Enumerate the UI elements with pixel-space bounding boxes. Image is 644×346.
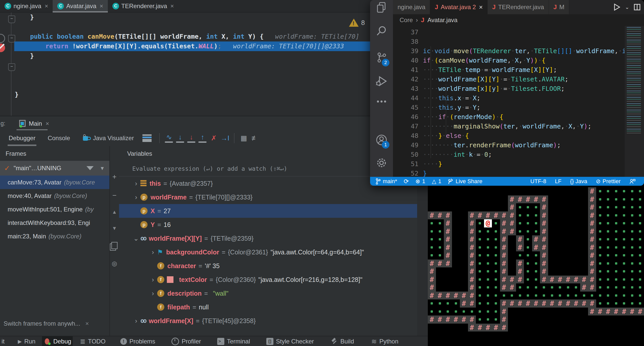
variable-row[interactable]: ›ftextColor={Color@2360}"java.awt.Color[… — [119, 273, 417, 286]
variable-row[interactable]: ›pworldFrame={TETile[70][]@2333} — [119, 190, 417, 204]
status-1[interactable]: △1 — [432, 178, 441, 185]
editor-gutter[interactable]: − − − — [0, 12, 14, 116]
bottom-bar-run[interactable]: ▶Run — [16, 336, 37, 346]
editor-tab-TERendererjava[interactable]: CTERenderer.java× — [108, 0, 179, 12]
status-live-share-person-icon[interactable] — [629, 178, 635, 184]
close-icon[interactable]: × — [46, 120, 49, 127]
variable-row[interactable]: pY=16 — [119, 218, 417, 232]
variable-row[interactable]: ›fdescription="wall" — [119, 286, 417, 300]
chevron-down-icon[interactable]: ⌄ — [625, 4, 629, 10]
down-icon[interactable]: ▼ — [110, 225, 119, 231]
fold-marker-icon[interactable]: − — [8, 16, 15, 23]
status-lf[interactable]: LF — [555, 178, 562, 185]
layout-settings-icon[interactable]: ≢ — [249, 135, 260, 142]
empty-tile — [484, 203, 492, 211]
bottom-bar-style-checker[interactable]: []Style Checker — [265, 336, 315, 346]
frames-panel: Frames ✓"main"…UNNING▾ canMove:73, Avata… — [0, 146, 110, 336]
variable-row[interactable]: ⌄ooworldFrame[X][Y]={TETile@2359} — [119, 232, 417, 245]
filter-icon[interactable] — [86, 166, 94, 170]
bottom-bar-python[interactable]: ≋Python — [370, 336, 400, 346]
empty-tile — [476, 340, 484, 346]
frame-row[interactable]: moveWithInput:501, Engine(by — [0, 203, 109, 216]
run-debug-icon[interactable] — [370, 76, 393, 86]
variable-row[interactable]: ›⚑backgroundColor={Color@2361}"java.awt.… — [119, 245, 417, 259]
chevron-down-icon[interactable]: ▾ — [101, 165, 104, 172]
floor-tile — [484, 243, 492, 252]
source-control-icon[interactable]: 2 — [370, 52, 393, 63]
up-icon[interactable]: ▲ — [110, 209, 119, 215]
fold-marker-icon[interactable]: − — [8, 35, 15, 42]
vscode-tab-nginejava[interactable]: ngine.java — [393, 0, 430, 14]
vscode-tab-Avatarjava2[interactable]: JAvatar.java 2× — [430, 0, 488, 14]
search-icon[interactable] — [370, 25, 393, 36]
empty-tile — [452, 211, 460, 220]
vscode-editor[interactable]: 3738394041424344454647484950515253 ic·vo… — [393, 26, 644, 177]
bottom-bar-todo[interactable]: ≣TODO — [78, 336, 107, 346]
ellipsis-icon[interactable] — [370, 100, 393, 103]
remove-watch-icon[interactable]: − — [110, 191, 119, 199]
evaluate-icon[interactable]: ▦ — [238, 135, 249, 142]
variable-row[interactable]: pX=27 — [119, 204, 417, 218]
files-icon[interactable] — [370, 2, 393, 13]
code-editor[interactable]: − − − } public boolean canMove(TETile[][… — [0, 12, 428, 116]
empty-tile — [460, 195, 468, 204]
frame-row[interactable]: canMove:73, Avatar(byow.Core — [0, 176, 109, 189]
split-editor-icon[interactable] — [634, 4, 640, 10]
close-icon[interactable]: × — [170, 3, 174, 10]
bottom-bar-build[interactable]: Build — [330, 336, 355, 346]
vscode-tab-M[interactable]: JM — [549, 0, 569, 14]
account-icon[interactable]: 1 — [370, 134, 393, 146]
add-watch-icon[interactable]: + — [110, 173, 119, 181]
breadcrumb[interactable]: Core › J Avatar.java — [393, 14, 644, 26]
copy-stack-icon[interactable] — [110, 241, 119, 249]
thread-selector[interactable]: ✓"main"…UNNING▾ — [0, 161, 109, 176]
vscode-tab-TERendererjava[interactable]: JTERenderer.java — [488, 0, 549, 14]
status-main-[interactable]: main* — [376, 178, 397, 185]
tab-java-visualizer[interactable]: Java Visualizer — [81, 130, 135, 146]
editor-tab-Avatarjava[interactable]: CAvatar.java× — [53, 0, 108, 12]
frame-row[interactable]: main:23, Main(byow.Core) — [0, 229, 109, 243]
bottom-bar-it[interactable]: it — [0, 336, 6, 346]
bottom-bar-problems[interactable]: !Problems — [119, 336, 157, 346]
frame-row[interactable]: move:40, Avatar(byow.Core) — [0, 189, 109, 203]
bottom-bar-profiler[interactable]: Profiler — [170, 336, 202, 346]
step-over-icon[interactable]: ↓ — [174, 134, 186, 143]
floor-tile — [516, 219, 524, 227]
breakpoint-icon[interactable] — [0, 44, 5, 52]
status-utf-8[interactable]: UTF-8 — [530, 178, 546, 185]
status-1[interactable]: ⊗1 — [415, 178, 425, 185]
close-icon[interactable]: × — [85, 320, 89, 327]
watches-side-toolbar: + − ▲ ▼ ◎ — [110, 146, 120, 336]
step-out-icon[interactable]: ↑ — [197, 134, 208, 143]
bottom-bar-terminal[interactable]: >_Terminal — [216, 336, 252, 346]
tab-debugger[interactable]: Debugger — [8, 130, 36, 146]
fold-marker-icon[interactable]: − — [8, 63, 15, 71]
breakpoint-outline-icon[interactable] — [0, 34, 5, 43]
variable-row[interactable]: ffilepath=null — [119, 300, 417, 314]
minimap[interactable] — [625, 26, 644, 177]
debug-session-tab-main[interactable]: Main × — [19, 116, 49, 131]
run-to-cursor-icon[interactable]: →I — [219, 135, 230, 142]
frame-row[interactable]: interactWithKeyboard:93, Engi — [0, 216, 109, 229]
floor-tile — [492, 227, 500, 236]
drop-frame-icon[interactable]: ✗ — [208, 135, 219, 142]
step-into-icon[interactable]: ↓ — [186, 134, 197, 143]
editor-tab-nginejava[interactable]: Cngine.java× — [0, 0, 53, 12]
close-icon[interactable]: × — [479, 3, 483, 11]
layout-menu-icon[interactable] — [142, 134, 152, 142]
tab-console[interactable]: Console — [47, 130, 71, 146]
inspection-warnings-badge[interactable]: 8 — [349, 18, 365, 28]
status-sync-icon[interactable]: ⟳ — [404, 178, 409, 185]
settings-gear-icon[interactable] — [370, 157, 393, 168]
variable-row[interactable]: fcharacter='#' 35 — [119, 259, 417, 273]
show-execution-point-icon[interactable]: ∿ — [163, 134, 174, 143]
status-prettier[interactable]: ⊘Prettier — [596, 178, 621, 185]
run-play-icon[interactable] — [614, 4, 620, 11]
bottom-bar-debug[interactable]: Debug — [42, 336, 73, 346]
variable-row[interactable]: ›ooworldFrame[X]={TETile[45]@2358} — [119, 314, 417, 328]
eye-icon[interactable]: ◎ — [110, 260, 119, 267]
status-live-share[interactable]: Live Share — [448, 178, 482, 185]
close-icon[interactable]: × — [45, 3, 48, 10]
close-icon[interactable]: × — [100, 3, 103, 10]
status--java[interactable]: {} Java — [570, 178, 587, 185]
